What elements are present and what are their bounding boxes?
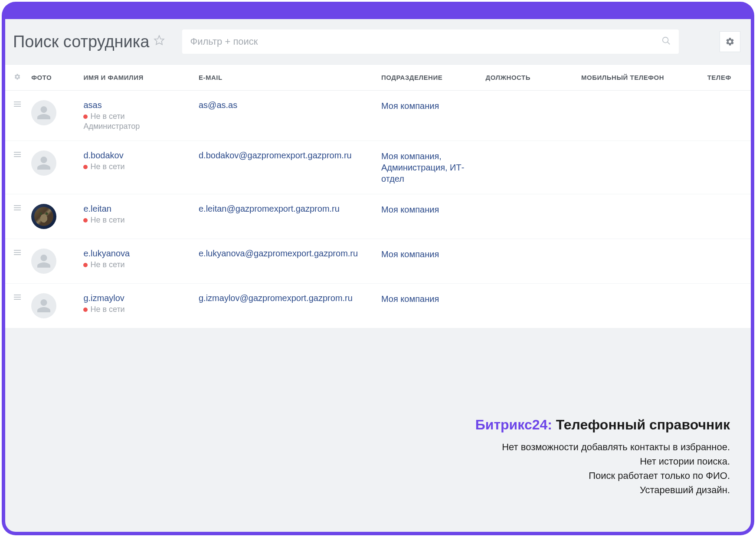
col-phone[interactable]: ТЕЛЕФ: [707, 65, 751, 91]
status-text: Не в сети: [90, 162, 124, 171]
svg-marker-0: [155, 36, 164, 45]
app-window: Поиск сотрудника: [5, 19, 751, 532]
drag-handle-icon[interactable]: [5, 284, 31, 328]
settings-button[interactable]: [720, 31, 740, 52]
annotation-line: Поиск работает только по ФИО.: [475, 468, 730, 483]
col-position[interactable]: ДОЛЖНОСТЬ: [486, 65, 582, 91]
search-icon[interactable]: [661, 36, 671, 47]
col-name[interactable]: ИМЯ И ФАМИЛИЯ: [83, 65, 199, 91]
status-row: Не в сети: [83, 260, 193, 269]
email-link[interactable]: g.izmaylov@gazpromexport.gazprom.ru: [199, 293, 353, 303]
col-photo[interactable]: ФОТО: [31, 65, 83, 91]
department-link[interactable]: Моя компания: [381, 294, 439, 304]
annotation-line: Нет истории поиска.: [475, 454, 730, 468]
table-settings-icon[interactable]: [5, 65, 31, 91]
email-link[interactable]: e.leitan@gazpromexport.gazprom.ru: [199, 204, 340, 213]
favorite-star-icon[interactable]: [154, 35, 165, 49]
drag-handle-icon[interactable]: [5, 91, 31, 141]
svg-line-2: [668, 42, 670, 45]
table-row: d.bodakovНе в сетиd.bodakov@gazpromexpor…: [5, 141, 751, 194]
role-text: Администратор: [83, 122, 193, 131]
annotation-line: Устаревший дизайн.: [475, 483, 730, 497]
annotation-overlay: Битрикс24: Телефонный справочник Нет воз…: [475, 417, 730, 497]
table-row: e.lukyanovaНе в сетиe.lukyanova@gazprome…: [5, 239, 751, 284]
email-link[interactable]: as@as.as: [199, 100, 237, 110]
department-link[interactable]: Моя компания: [381, 249, 439, 259]
avatar[interactable]: [31, 100, 56, 125]
avatar[interactable]: [31, 151, 56, 176]
table-header-row: ФОТО ИМЯ И ФАМИЛИЯ E-MAIL ПОДРАЗДЕЛЕНИЕ …: [5, 65, 751, 91]
status-dot-icon: [83, 308, 88, 312]
department-link[interactable]: Моя компания, Администрация, ИТ-отдел: [381, 151, 464, 183]
page-title-text: Поиск сотрудника: [13, 33, 149, 51]
employee-name-link[interactable]: e.lukyanova: [83, 249, 193, 259]
employee-name-link[interactable]: g.izmaylov: [83, 293, 193, 303]
status-text: Не в сети: [90, 260, 124, 269]
drag-handle-icon[interactable]: [5, 141, 31, 194]
status-row: Не в сети: [83, 162, 193, 171]
annotation-line: Нет возможности добавлять контакты в изб…: [475, 440, 730, 454]
drag-handle-icon[interactable]: [5, 239, 31, 284]
table-row: asasНе в сетиАдминистраторas@as.asМоя ко…: [5, 91, 751, 141]
col-department[interactable]: ПОДРАЗДЕЛЕНИЕ: [381, 65, 486, 91]
status-dot-icon: [83, 165, 88, 169]
status-row: Не в сети: [83, 112, 193, 121]
annotation-brand: Битрикс24:: [475, 417, 552, 432]
drag-handle-icon[interactable]: [5, 194, 31, 239]
col-email[interactable]: E-MAIL: [199, 65, 381, 91]
employee-name-link[interactable]: asas: [83, 100, 193, 110]
department-link[interactable]: Моя компания: [381, 205, 439, 214]
col-mobile[interactable]: МОБИЛЬНЫЙ ТЕЛЕФОН: [581, 65, 707, 91]
page-title: Поиск сотрудника: [13, 33, 165, 51]
employee-name-link[interactable]: d.bodakov: [83, 151, 193, 160]
employee-name-link[interactable]: e.leitan: [83, 204, 193, 214]
table-row: g.izmaylovНе в сетиg.izmaylov@gazpromexp…: [5, 284, 751, 328]
svg-point-1: [663, 37, 668, 43]
status-row: Не в сети: [83, 216, 193, 225]
outer-frame: Поиск сотрудника: [2, 2, 754, 535]
email-link[interactable]: e.lukyanova@gazpromexport.gazprom.ru: [199, 249, 358, 258]
annotation-title: Битрикс24: Телефонный справочник: [475, 417, 730, 433]
table-row: e.leitanНе в сетиe.leitan@gazpromexport.…: [5, 194, 751, 239]
status-dot-icon: [83, 263, 88, 267]
status-text: Не в сети: [90, 216, 124, 225]
search-box[interactable]: [182, 29, 679, 54]
status-text: Не в сети: [90, 112, 124, 121]
avatar[interactable]: [31, 293, 56, 318]
status-dot-icon: [83, 218, 88, 223]
avatar[interactable]: [31, 204, 56, 229]
department-link[interactable]: Моя компания: [381, 101, 439, 111]
annotation-heading: Телефонный справочник: [556, 417, 730, 432]
header-bar: Поиск сотрудника: [5, 19, 751, 64]
avatar[interactable]: [31, 249, 56, 274]
search-input[interactable]: [190, 36, 661, 47]
email-link[interactable]: d.bodakov@gazpromexport.gazprom.ru: [199, 151, 352, 160]
status-dot-icon: [83, 115, 88, 119]
employee-table: ФОТО ИМЯ И ФАМИЛИЯ E-MAIL ПОДРАЗДЕЛЕНИЕ …: [5, 64, 751, 328]
status-text: Не в сети: [90, 305, 124, 314]
status-row: Не в сети: [83, 305, 193, 314]
